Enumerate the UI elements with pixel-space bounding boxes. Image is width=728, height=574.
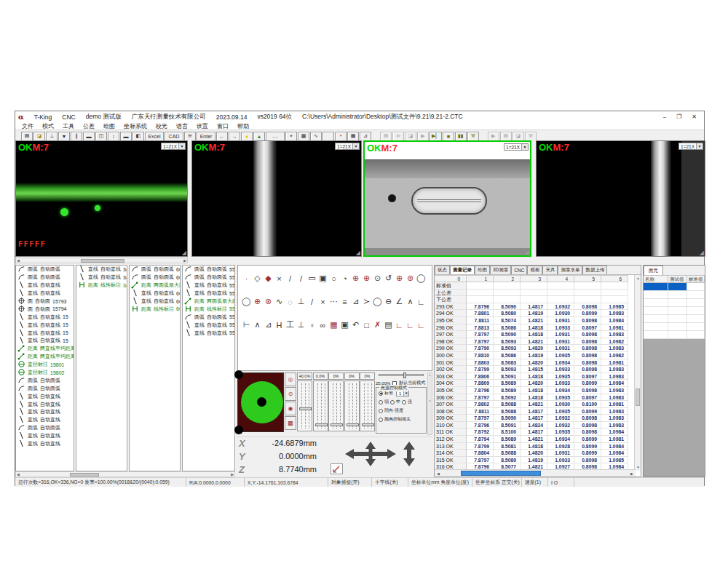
palette-tool-icon[interactable]: ○ <box>328 273 339 284</box>
camera-view-1[interactable]: FFFFF OKM:7 1=21X▼ ◢ <box>15 140 188 257</box>
list-item[interactable]: 圆自动圆15794 <box>16 305 74 313</box>
list-item[interactable]: 距离线性标注34 <box>76 282 127 290</box>
scroll-right-icon[interactable]: ▶ <box>628 470 636 477</box>
lamp-button[interactable]: ♦ <box>241 132 253 141</box>
table-tab-7[interactable]: 测量水单 <box>558 266 582 274</box>
camera1-zoom-dropdown[interactable]: 1=21X▼ <box>161 143 186 150</box>
palette-tool-icon[interactable]: ∿ <box>274 296 285 307</box>
scroll-left-icon[interactable]: ◀ <box>17 472 20 477</box>
laser-button[interactable]: * <box>335 132 347 141</box>
radio-weak[interactable] <box>379 400 383 404</box>
scroll-thumb[interactable] <box>70 473 99 477</box>
palette-tool-icon[interactable]: ◇ <box>252 273 263 284</box>
palette-tool-icon[interactable]: ↶ <box>350 319 361 330</box>
palette-tool-icon[interactable]: ⊢ <box>241 319 252 330</box>
nav-left-button[interactable]: ← <box>216 132 228 141</box>
table-row[interactable]: 293 OK7.87968.50901.48171.09320.80981.09… <box>435 303 641 311</box>
table-column-header[interactable]: 6 <box>601 275 628 282</box>
list-item[interactable]: 距离两圆弧最大距离 <box>130 282 180 290</box>
save-button[interactable]: ▤ <box>21 132 33 141</box>
checker-button[interactable]: ▩ <box>298 132 309 141</box>
list-item[interactable]: 直线自动直线34 <box>76 266 127 274</box>
cad-export-button[interactable]: CAD <box>165 132 183 141</box>
palette-tool-icon[interactable]: ▤ <box>383 319 394 330</box>
chevron-down-icon[interactable]: ▼ <box>696 143 703 149</box>
list-item[interactable]: 圆弧自动圆弧55 <box>183 313 234 321</box>
palette-tool-icon[interactable]: ⊥ <box>296 296 306 307</box>
table-tab-8[interactable]: 数据上传 <box>582 266 607 274</box>
table-row[interactable]: 307 OK7.88028.50881.48211.09300.81001.09… <box>435 401 641 408</box>
palette-tool-icon[interactable]: ∟ <box>416 319 427 330</box>
ring-light-indicator[interactable] <box>237 372 284 432</box>
table-row[interactable]: 296 OK7.88138.50861.48181.09330.80971.09… <box>435 324 641 332</box>
palette-tool-icon[interactable]: ⊛ <box>263 296 274 307</box>
stop-button[interactable]: ■ <box>443 132 454 141</box>
camera1-hscrollbar[interactable]: ◀ ▶ <box>15 258 188 263</box>
table-row[interactable]: 299 OK7.87908.50931.48201.09310.80981.09… <box>435 345 641 352</box>
list-item[interactable]: 直线自动直线15 <box>16 337 74 345</box>
list-item[interactable]: 圆弧自动圆弧 <box>16 266 74 274</box>
list-item[interactable]: 距离两圆弧最大距离 <box>183 298 234 306</box>
resize-grip-icon[interactable]: ◢ <box>700 250 704 256</box>
palette-tool-icon[interactable]: ▭ <box>306 273 317 284</box>
z-jog-arrows[interactable] <box>403 442 415 468</box>
list-item[interactable]: 直线自动直线 <box>16 432 74 440</box>
table-tab-4[interactable]: CNC <box>511 266 527 274</box>
table-tab-3[interactable]: 3D测量 <box>490 266 511 274</box>
camera3-zoom-dropdown[interactable]: 1=21X▼ <box>504 143 529 151</box>
list-item[interactable]: 圆弧自动圆弧 <box>16 424 74 432</box>
slider-track[interactable] <box>313 380 328 431</box>
palette-tool-icon[interactable]: ▣ <box>317 273 328 284</box>
table-tab-0[interactable]: 状态 <box>435 266 450 274</box>
palette-tool-icon[interactable]: ⊕ <box>252 296 263 307</box>
list-item[interactable]: 直线自动直线55 <box>183 290 234 298</box>
table-tab-1[interactable]: 测量记录 <box>450 266 475 274</box>
palette-tool-icon[interactable]: × <box>274 273 285 284</box>
scroll-left-icon[interactable]: ◀ <box>17 258 20 263</box>
table-row[interactable]: 300 OK7.88108.50861.48191.09350.80981.09… <box>435 352 641 359</box>
list-item[interactable]: 直径标注15802 <box>16 369 74 377</box>
minimize-button[interactable]: – <box>663 113 666 120</box>
table-column-header[interactable]: 4 <box>547 275 574 282</box>
ring-outer-icon[interactable]: ◎ <box>285 372 296 386</box>
chevron-down-icon[interactable]: ▼ <box>521 144 528 150</box>
chevron-down-icon[interactable]: ▼ <box>403 391 408 396</box>
list-item[interactable]: 直线自动直线15 <box>16 321 74 329</box>
table-tab-6[interactable]: 夹具 <box>542 266 558 274</box>
palette-tool-icon[interactable]: ⊕ <box>361 273 372 284</box>
camera-view-4[interactable]: OKM:7 1=21X▼ ◢ <box>536 140 705 257</box>
palette-tool-icon[interactable]: ✗ <box>372 319 383 330</box>
palette-tool-icon[interactable]: ▦ <box>328 319 339 330</box>
table-row[interactable]: 301 OK7.88038.50831.48201.09340.80981.09… <box>435 359 641 367</box>
palette-tool-icon[interactable]: / <box>296 273 306 284</box>
table-tab-2[interactable]: 绘图 <box>475 266 490 274</box>
master-intensity-slider[interactable] <box>379 374 424 376</box>
list-item[interactable]: 圆弧自动圆弧 <box>16 384 74 392</box>
palette-tool-icon[interactable]: ∧ <box>405 296 416 307</box>
list-item[interactable]: 直线自动直线 <box>16 416 74 424</box>
open3-button[interactable]: ◪ <box>513 132 524 141</box>
palette-tool-icon[interactable]: ⊛ <box>405 273 416 284</box>
menu-item-9[interactable]: 窗口 <box>213 122 232 130</box>
magnifier-button[interactable]: ⌖ <box>285 132 297 141</box>
menu-item-6[interactable]: 校光 <box>152 122 171 130</box>
palette-tool-icon[interactable]: ♀ <box>306 319 317 330</box>
chevron-down-icon[interactable]: ▼ <box>352 143 359 149</box>
list-item[interactable]: 圆弧自动圆弧66 <box>130 274 180 282</box>
camera-view-2[interactable]: OKM:7 1=21X▼ ◢ <box>191 140 362 257</box>
scroll-right-icon[interactable]: ▶ <box>183 258 186 263</box>
screen-button[interactable]: ▬ <box>83 132 95 141</box>
element-column-header[interactable]: 测试值 <box>668 275 687 283</box>
slider-track[interactable] <box>360 380 375 431</box>
step-button[interactable]: ≫ <box>392 132 404 141</box>
nav-right-button[interactable]: → <box>229 132 240 141</box>
list-item[interactable]: 直线自动直线66 <box>130 290 180 298</box>
list-item[interactable]: 直线自动直线34 <box>76 274 127 282</box>
table-row[interactable]: 313 OK7.87998.50811.48181.09280.80991.09… <box>435 443 641 450</box>
barcode-button[interactable]: ▦ <box>347 132 359 141</box>
screen2-button[interactable]: ▬ <box>120 132 132 141</box>
light-settings-vscrollbar[interactable]: ˄˅ <box>427 372 432 435</box>
list-item[interactable]: 圆弧自动圆弧 <box>16 376 74 384</box>
scroll-left-icon[interactable]: ◀ <box>435 470 442 477</box>
list-item[interactable]: 直线自动直线55 <box>183 321 234 329</box>
